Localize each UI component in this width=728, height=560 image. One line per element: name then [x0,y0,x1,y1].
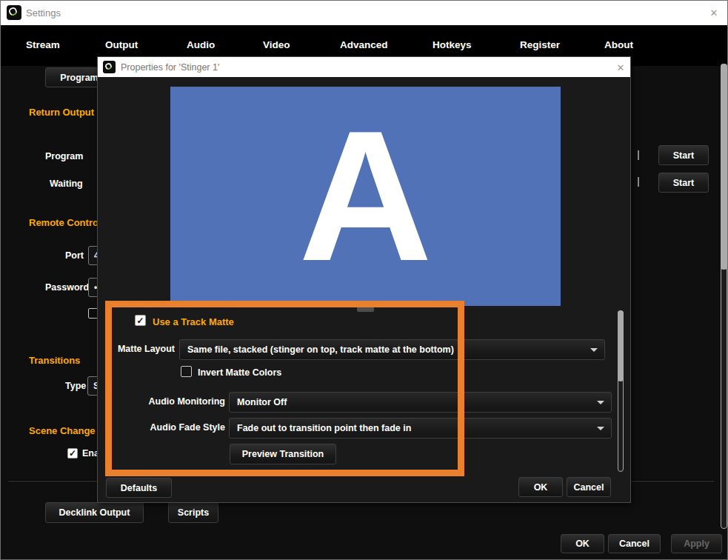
window-title: Settings [26,7,61,19]
tab-advanced[interactable]: Advanced [340,39,388,50]
dialog-title: Properties for 'Stinger 1' [121,62,219,73]
chevron-down-icon [597,427,604,430]
settings-window: Settings ✕ Stream Output Audio Video Adv… [0,0,728,560]
start-waiting-button[interactable]: Start [658,173,709,193]
tab-output[interactable]: Output [105,39,138,50]
apply-button[interactable]: Apply [671,534,722,553]
window-scrollbar-thumb[interactable] [721,64,727,270]
decklink-output-button[interactable]: Decklink Output [45,502,144,523]
waiting-label: Waiting [50,179,83,189]
window-titlebar: Settings ✕ [1,1,728,25]
return-output-heading: Return Output [29,107,94,118]
close-icon[interactable]: ✕ [704,4,724,21]
highlight-annotation-box [105,301,464,476]
port-label: Port [65,250,84,261]
dialog-titlebar: Properties for 'Stinger 1' ✕ [98,57,630,77]
chevron-down-icon [597,401,604,404]
tab-audio[interactable]: Audio [187,39,215,50]
transitions-heading: Transitions [29,355,80,366]
ok-button[interactable]: OK [561,534,604,553]
waiting-url-field-edge [638,177,639,187]
dialog-cancel-button[interactable]: Cancel [567,477,611,497]
tab-register[interactable]: Register [520,39,560,50]
cancel-button[interactable]: Cancel [608,534,661,553]
defaults-button[interactable]: Defaults [106,478,172,498]
tab-stream[interactable]: Stream [26,39,60,50]
start-program-button[interactable]: Start [658,145,709,165]
checkmark-icon: ✓ [69,449,76,458]
scene-change-heading: Scene Change o [29,425,104,436]
scripts-button[interactable]: Scripts [168,502,218,523]
password-label: Password [45,282,89,293]
dialog-ok-button[interactable]: OK [518,477,563,497]
stinger-preview: A [170,87,561,306]
tab-about[interactable]: About [604,39,633,50]
remote-control-heading: Remote Contro [29,217,98,228]
dialog-close-icon[interactable]: ✕ [611,59,630,76]
dialog-logo-icon [103,61,116,73]
program-url-field-edge [638,150,639,160]
app-logo-icon [7,5,21,20]
tab-hotkeys[interactable]: Hotkeys [433,39,472,50]
program-label: Program [45,151,83,161]
chevron-down-icon [590,348,598,352]
preview-letter: A [298,104,433,289]
tab-video[interactable]: Video [263,39,290,50]
dialog-scrollbar-thumb[interactable] [618,310,624,381]
type-label: Type [65,381,86,391]
enable-checkbox[interactable]: ✓ [67,448,78,459]
